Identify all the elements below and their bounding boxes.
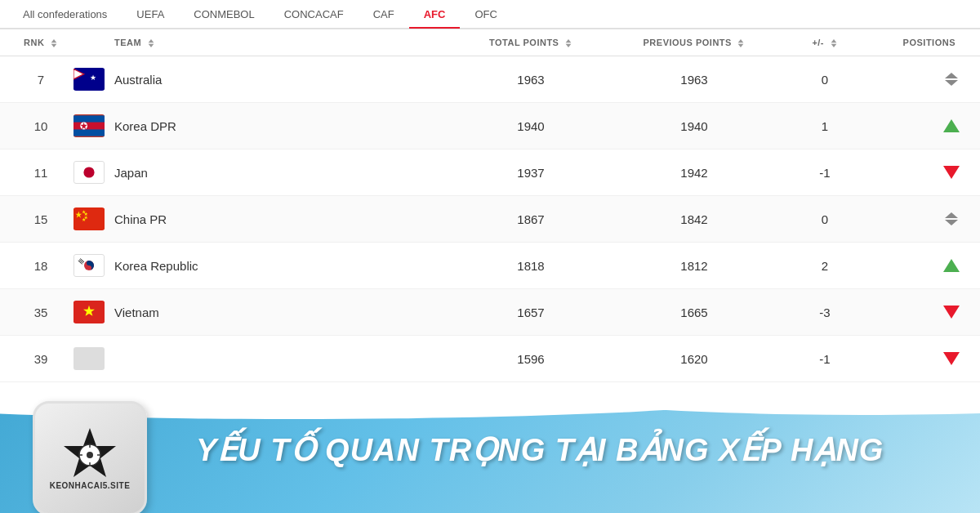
table-row: 18 Korea Republic 1818 1812 2	[0, 243, 980, 289]
col-header-positions: POSITIONS	[874, 38, 972, 47]
tab-uefa[interactable]: UEFA	[122, 2, 179, 27]
diff-cell: 0	[776, 212, 874, 226]
total-points-cell: 1596	[449, 352, 612, 366]
logo-star	[61, 426, 118, 480]
svg-marker-21	[945, 220, 958, 225]
table-row: 39 1596 1620 -1	[0, 336, 980, 382]
position-cell	[874, 350, 972, 367]
table-row: 7 ★ Australia 1963 1963 0	[0, 56, 980, 103]
rank-cell: 35	[8, 306, 74, 319]
flag-australia: ★	[74, 68, 105, 91]
up-icon	[943, 118, 960, 134]
position-cell	[874, 118, 972, 134]
table-row: 11 Japan 1937 1942 -1	[0, 149, 980, 196]
total-points-cell: 1867	[449, 212, 612, 226]
previous-points-cell: 1942	[612, 166, 776, 180]
sort-icon-rnk	[50, 39, 58, 47]
tab-caf[interactable]: CAF	[359, 2, 409, 27]
tab-afc[interactable]: AFC	[409, 2, 461, 27]
col-header-previous-points[interactable]: PREVIOUS POINTS	[612, 38, 776, 47]
flag-korea-dpr	[74, 114, 105, 137]
position-cell	[874, 71, 972, 87]
position-cell	[874, 164, 972, 181]
rank-cell: 10	[8, 119, 74, 133]
svg-rect-7	[74, 123, 105, 130]
flag-placeholder	[74, 347, 105, 370]
team-cell: Vietnam	[74, 301, 449, 323]
flag-vietnam	[74, 301, 105, 323]
confederation-tabs: All confederations UEFA CONMEBOL CONCACA…	[0, 0, 980, 29]
banner-headline: YẾU TỐ QUAN TRỌNG TẠI BẢNG XẾP HẠNG	[196, 432, 884, 468]
col-header-total-points[interactable]: TOTAL POINTS	[449, 38, 612, 47]
team-cell: Korea DPR	[74, 114, 449, 137]
rank-cell: 39	[8, 352, 74, 366]
team-cell: China PR	[74, 207, 449, 230]
position-cell	[874, 304, 972, 320]
sort-icon-prev	[737, 39, 745, 47]
svg-marker-4	[945, 73, 958, 78]
total-points-cell: 1937	[449, 166, 612, 180]
previous-points-cell: 1842	[612, 212, 776, 226]
team-name: Vietnam	[114, 306, 159, 319]
down-icon	[943, 164, 960, 181]
previous-points-cell: 1620	[612, 352, 776, 366]
team-cell: Japan	[74, 161, 449, 184]
down-icon	[943, 304, 960, 320]
table-header: RNK TEAM TOTAL POINTS PREVIOUS POINTS +/…	[0, 29, 980, 56]
diff-cell: -1	[776, 352, 874, 366]
col-header-diff[interactable]: +/-	[776, 38, 874, 47]
rank-cell: 18	[8, 259, 74, 273]
position-cell	[874, 211, 972, 227]
col-header-rnk[interactable]: RNK	[8, 38, 74, 47]
previous-points-cell: 1940	[612, 119, 776, 133]
sort-icon-pts	[564, 39, 572, 47]
svg-marker-5	[945, 80, 958, 86]
rank-cell: 11	[8, 166, 74, 180]
diff-cell: -3	[776, 306, 874, 319]
flag-japan	[74, 161, 105, 184]
tab-concacaf[interactable]: CONCACAF	[270, 2, 359, 27]
flag-korea-republic	[74, 254, 105, 277]
svg-marker-30	[943, 306, 960, 319]
svg-marker-10	[943, 119, 960, 132]
previous-points-cell: 1665	[612, 306, 776, 319]
total-points-cell: 1657	[449, 306, 612, 319]
svg-marker-27	[943, 259, 960, 272]
rankings-table: 7 ★ Australia 1963 1963 0 10	[0, 56, 980, 423]
down-icon	[943, 350, 960, 367]
tab-conmebol[interactable]: CONMEBOL	[179, 2, 269, 27]
neutral-icon	[943, 211, 960, 227]
col-header-team[interactable]: TEAM	[74, 38, 449, 47]
tab-all[interactable]: All confederations	[8, 2, 122, 27]
svg-marker-20	[945, 212, 958, 218]
svg-point-36	[87, 452, 93, 458]
table-row: 35 Vietnam 1657 1665 -3	[0, 289, 980, 336]
svg-marker-31	[943, 352, 960, 365]
logo-graphic	[61, 426, 118, 480]
tab-ofc[interactable]: OFC	[460, 2, 511, 27]
table-row: 10 Korea DPR 1940 1940 1	[0, 103, 980, 149]
team-cell: ★ Australia	[74, 68, 449, 91]
logo-container: KEONHACAI5.SITE	[33, 401, 147, 514]
neutral-icon	[943, 71, 960, 87]
flag-china	[74, 207, 105, 230]
position-cell	[874, 257, 972, 274]
previous-points-cell: 1812	[612, 259, 776, 273]
rank-cell: 7	[8, 73, 74, 87]
team-name: Japan	[114, 166, 148, 180]
previous-points-cell: 1963	[612, 73, 776, 87]
sort-icon-team	[147, 39, 155, 47]
svg-point-12	[83, 167, 94, 177]
diff-cell: 1	[776, 119, 874, 133]
table-row: 15 China PR 1867 1842 0	[0, 196, 980, 243]
total-points-cell: 1818	[449, 259, 612, 273]
team-cell	[74, 347, 449, 370]
logo-box: KEONHACAI5.SITE	[33, 401, 147, 514]
rank-cell: 15	[8, 212, 74, 226]
svg-text:★: ★	[90, 74, 96, 82]
team-name: Korea Republic	[114, 259, 198, 273]
diff-cell: -1	[776, 166, 874, 180]
total-points-cell: 1940	[449, 119, 612, 133]
svg-marker-13	[943, 166, 960, 179]
total-points-cell: 1963	[449, 73, 612, 87]
